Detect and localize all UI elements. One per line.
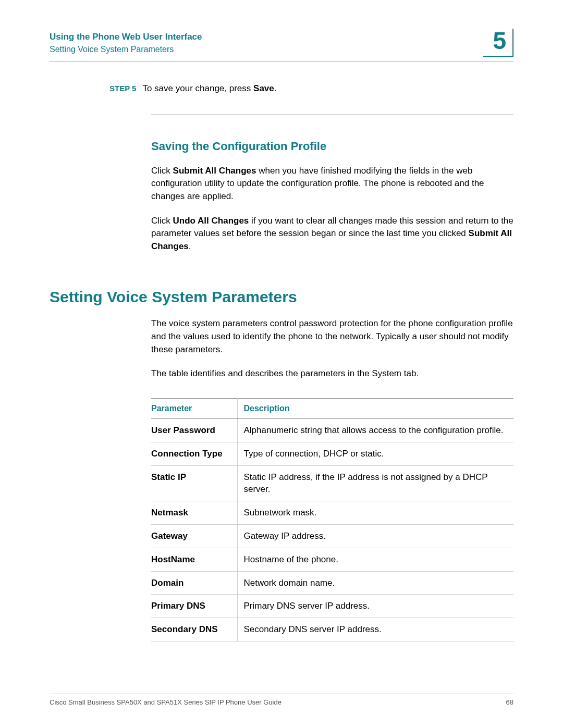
- table-cell-parameter: Connection Type: [151, 442, 237, 465]
- table-cell-parameter: Static IP: [151, 465, 237, 501]
- table-row: HostNameHostname of the phone.: [151, 548, 513, 571]
- table-row: NetmaskSubnetwork mask.: [151, 501, 513, 525]
- table-header-description: Description: [237, 399, 513, 419]
- footer-page-number: 68: [506, 698, 513, 706]
- table-cell-description: Hostname of the phone.: [237, 548, 513, 571]
- table-row: DomainNetwork domain name.: [151, 571, 513, 595]
- header-divider: [50, 61, 513, 61]
- saving-profile-para-1: Click Submit All Changes when you have f…: [151, 165, 513, 203]
- table-cell-parameter: Netmask: [151, 501, 237, 525]
- parameters-table: Parameter Description User PasswordAlpha…: [151, 398, 513, 641]
- step-5-text: To save your change, press Save.: [142, 82, 276, 95]
- step-text-bold: Save: [253, 83, 274, 93]
- table-cell-parameter: Secondary DNS: [151, 618, 237, 641]
- table-row: GatewayGateway IP address.: [151, 525, 513, 548]
- table-header-row: Parameter Description: [151, 399, 513, 419]
- table-cell-parameter: Domain: [151, 571, 237, 595]
- header-text-block: Using the Phone Web User Interface Setti…: [50, 29, 202, 56]
- p2-b: Undo All Changes: [173, 216, 249, 226]
- heading-setting-voice-params: Setting Voice System Parameters: [50, 288, 513, 306]
- header-subtitle: Setting Voice System Parameters: [50, 43, 202, 56]
- table-row: Connection TypeType of connection, DHCP …: [151, 442, 513, 465]
- table-cell-description: Subnetwork mask.: [237, 501, 513, 525]
- table-cell-parameter: Primary DNS: [151, 595, 237, 618]
- table-row: Static IPStatic IP address, if the IP ad…: [151, 465, 513, 501]
- p1-b: Submit All Changes: [173, 166, 256, 176]
- step-text-before: To save your change, press: [142, 83, 253, 93]
- table-cell-description: Primary DNS server IP address.: [237, 595, 513, 618]
- step-divider: [151, 114, 513, 115]
- table-cell-parameter: HostName: [151, 548, 237, 571]
- table-cell-description: Secondary DNS server IP address.: [237, 618, 513, 641]
- table-cell-description: Alphanumeric string that allows access t…: [237, 419, 513, 442]
- table-header-parameter: Parameter: [151, 399, 237, 419]
- p2-a: Click: [151, 216, 173, 226]
- page-header: Using the Phone Web User Interface Setti…: [50, 29, 513, 57]
- table-cell-description: Type of connection, DHCP or static.: [237, 442, 513, 465]
- table-cell-description: Network domain name.: [237, 571, 513, 595]
- table-row: User PasswordAlphanumeric string that al…: [151, 419, 513, 442]
- step-label: STEP 5: [109, 84, 136, 93]
- p1-a: Click: [151, 166, 173, 176]
- header-title: Using the Phone Web User Interface: [50, 31, 202, 43]
- subheading-saving-profile: Saving the Configuration Profile: [151, 140, 513, 153]
- table-cell-description: Static IP address, if the IP address is …: [237, 465, 513, 501]
- footer-doc-title: Cisco Small Business SPA50X and SPA51X S…: [50, 698, 282, 706]
- table-cell-parameter: User Password: [151, 419, 237, 442]
- p2-e: .: [189, 241, 191, 251]
- saving-profile-para-2: Click Undo All Changes if you want to cl…: [151, 215, 513, 253]
- table-cell-description: Gateway IP address.: [237, 525, 513, 548]
- page-footer: Cisco Small Business SPA50X and SPA51X S…: [50, 694, 513, 706]
- table-cell-parameter: Gateway: [151, 525, 237, 548]
- step-text-after: .: [274, 83, 277, 93]
- chapter-number: 5: [493, 29, 506, 53]
- table-row: Primary DNSPrimary DNS server IP address…: [151, 595, 513, 618]
- voice-params-para-2: The table identifies and describes the p…: [151, 367, 513, 380]
- table-row: Secondary DNSSecondary DNS server IP add…: [151, 618, 513, 641]
- step-5-row: STEP 5 To save your change, press Save.: [109, 82, 513, 95]
- chapter-number-box: 5: [483, 29, 513, 57]
- voice-params-para-1: The voice system parameters control pass…: [151, 317, 513, 356]
